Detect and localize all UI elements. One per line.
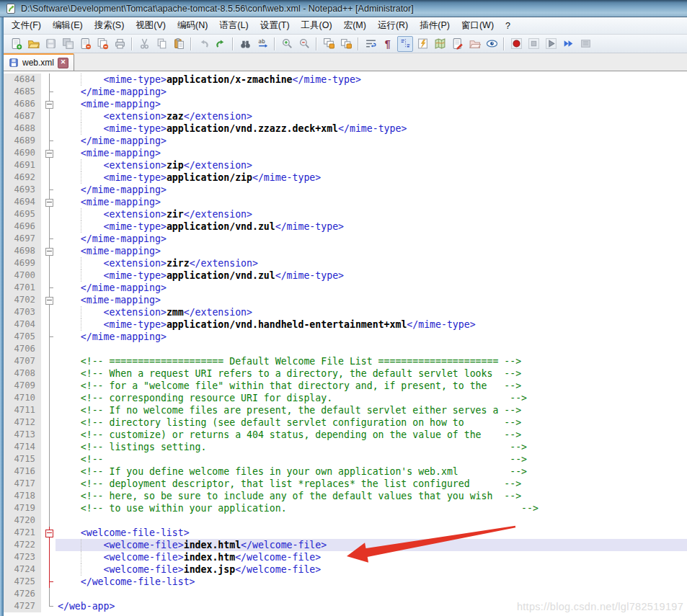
code-line-text[interactable]: <extension>zip</extension>: [56, 159, 687, 171]
code-line-text[interactable]: <!-- ==================== Default Welcom…: [56, 355, 687, 367]
zoom-out-icon[interactable]: [296, 36, 312, 52]
save-all-icon[interactable]: [60, 36, 76, 52]
fold-margin: [43, 184, 56, 196]
code-line-text[interactable]: </mime-mapping>: [56, 135, 687, 147]
close-tab-icon[interactable]: ✕: [58, 58, 68, 68]
code-line-text[interactable]: [56, 588, 687, 600]
menu-item-9[interactable]: 运行(R): [372, 17, 414, 34]
code-line-text[interactable]: <mime-type>application/vnd.handheld-ente…: [56, 318, 687, 331]
word-wrap-icon[interactable]: [363, 36, 378, 52]
print-icon[interactable]: [112, 36, 128, 52]
menu-item-1[interactable]: 编辑(E): [47, 17, 89, 34]
code-line-text[interactable]: <welcome-file>index.html</welcome-file>: [56, 539, 687, 551]
menu-item-6[interactable]: 设置(T): [254, 17, 296, 34]
menu-item-8[interactable]: 宏(M): [338, 17, 372, 34]
monitoring-icon[interactable]: [484, 36, 500, 52]
code-line-text[interactable]: <extension>zir</extension>: [56, 208, 687, 220]
menu-item-2[interactable]: 搜索(S): [89, 17, 130, 34]
code-line-text[interactable]: <extension>zirz</extension>: [56, 257, 687, 269]
code-line-text[interactable]: </mime-mapping>: [56, 233, 687, 245]
macro-save-icon[interactable]: [577, 36, 593, 52]
code-line-text[interactable]: <!-- listings setting. -->: [56, 441, 687, 453]
code-line-text[interactable]: <welcome-file>index.htm</welcome-file>: [56, 551, 687, 563]
macro-record-icon[interactable]: [508, 36, 524, 52]
code-line-text[interactable]: <mime-mapping>: [56, 294, 687, 306]
indent-guide-icon[interactable]: [397, 36, 413, 52]
fold-margin: [43, 306, 56, 318]
code-line-text[interactable]: <mime-mapping>: [56, 245, 687, 257]
code-line-text[interactable]: [56, 343, 687, 355]
copy-icon[interactable]: [154, 36, 169, 52]
fold-margin[interactable]: [43, 245, 56, 257]
code-line-text[interactable]: </mime-mapping>: [56, 282, 687, 294]
show-all-chars-icon[interactable]: ¶: [380, 36, 396, 52]
paste-icon[interactable]: [171, 36, 187, 52]
cut-icon[interactable]: [136, 36, 152, 52]
code-line-text[interactable]: <mime-type>application/zip</mime-type>: [56, 171, 687, 184]
menu-item-10[interactable]: 插件(P): [414, 17, 456, 34]
menu-item-3[interactable]: 视图(V): [130, 17, 172, 34]
code-line-text[interactable]: <welcome-file>index.jsp</welcome-file>: [56, 563, 687, 576]
replace-icon[interactable]: ab: [254, 36, 270, 52]
code-line-text[interactable]: <mime-type>application/vnd.zzazz.deck+xm…: [56, 122, 687, 135]
fold-margin[interactable]: [43, 527, 56, 539]
code-line-text[interactable]: [56, 514, 687, 527]
macro-run-icon[interactable]: [560, 36, 576, 52]
fold-margin[interactable]: [43, 98, 56, 110]
code-line-text[interactable]: <!-- directory listing (see default serv…: [56, 416, 687, 429]
menu-item-11[interactable]: 窗口(W): [456, 17, 500, 34]
line-number: 4718: [4, 490, 41, 502]
code-line-text[interactable]: <!-- here, so be sure to include any of …: [56, 490, 687, 502]
code-line-text[interactable]: <!-- -->: [56, 453, 687, 465]
save-icon[interactable]: [43, 36, 58, 52]
code-line-text[interactable]: <!-- When a request URI refers to a dire…: [56, 367, 687, 380]
open-file-icon[interactable]: [25, 36, 41, 52]
menu-item-12[interactable]: ?: [500, 19, 516, 33]
menu-item-7[interactable]: 工具(O): [296, 17, 338, 34]
code-line-text[interactable]: <mime-type>application/vnd.zul</mime-typ…: [56, 269, 687, 282]
code-line-text[interactable]: </mime-mapping>: [56, 86, 687, 98]
close-all-icon[interactable]: [94, 36, 110, 52]
code-line-text[interactable]: <!-- deployment descriptor, that list *r…: [56, 478, 687, 490]
folder-workspace-icon[interactable]: [466, 36, 482, 52]
tab-web.xml[interactable]: web.xml✕: [3, 53, 74, 71]
code-line-text[interactable]: <extension>zmm</extension>: [56, 306, 687, 318]
document-map-icon[interactable]: [432, 36, 448, 52]
code-line-text[interactable]: <!-- to use within your application. -->: [56, 502, 687, 514]
menu-item-5[interactable]: 语言(L): [213, 17, 254, 34]
macro-play-icon[interactable]: [543, 36, 559, 52]
code-line-text[interactable]: </mime-mapping>: [56, 184, 687, 196]
code-row-4684: 4684 <mime-type>application/x-zmachine</…: [4, 73, 687, 86]
code-line-text[interactable]: </welcome-file-list>: [56, 576, 687, 588]
doc-switcher-icon[interactable]: [449, 36, 465, 52]
code-line-text[interactable]: <mime-mapping>: [56, 98, 687, 110]
code-line-text[interactable]: <welcome-file-list>: [56, 527, 687, 539]
code-line-text[interactable]: <!-- for a "welcome file" within that di…: [56, 380, 687, 392]
close-icon[interactable]: [77, 36, 93, 52]
redo-icon[interactable]: [213, 36, 229, 52]
new-file-icon[interactable]: [8, 36, 24, 52]
code-line-text[interactable]: <!-- If no welcome files are present, th…: [56, 404, 687, 416]
menu-item-4[interactable]: 编码(N): [172, 17, 213, 34]
sync-vertical-icon[interactable]: [321, 36, 337, 52]
fold-margin[interactable]: [43, 294, 56, 306]
code-line-text[interactable]: <extension>zaz</extension>: [56, 110, 687, 122]
code-line-text[interactable]: <mime-type>application/x-zmachine</mime-…: [56, 73, 687, 86]
fold-margin[interactable]: [43, 196, 56, 208]
code-line-text[interactable]: </mime-mapping>: [56, 331, 687, 343]
code-line-text[interactable]: <mime-mapping>: [56, 196, 687, 208]
macro-stop-icon[interactable]: [526, 36, 541, 52]
menu-item-0[interactable]: 文件(F): [6, 17, 47, 34]
zoom-in-icon[interactable]: [279, 36, 295, 52]
code-line-text[interactable]: <mime-mapping>: [56, 147, 687, 159]
sync-horizontal-icon[interactable]: [338, 36, 354, 52]
find-icon[interactable]: [237, 36, 253, 52]
fold-margin: [43, 600, 56, 612]
code-line-text[interactable]: <!-- If you define welcome files in your…: [56, 465, 687, 478]
code-line-text[interactable]: <mime-type>application/vnd.zul</mime-typ…: [56, 220, 687, 233]
code-line-text[interactable]: <!-- corresponding resource URI for disp…: [56, 392, 687, 404]
undo-icon[interactable]: [195, 36, 211, 52]
fold-margin[interactable]: [43, 147, 56, 159]
function-list-icon[interactable]: [415, 36, 430, 52]
code-line-text[interactable]: <!-- customize) or returns a 404 status,…: [56, 429, 687, 441]
